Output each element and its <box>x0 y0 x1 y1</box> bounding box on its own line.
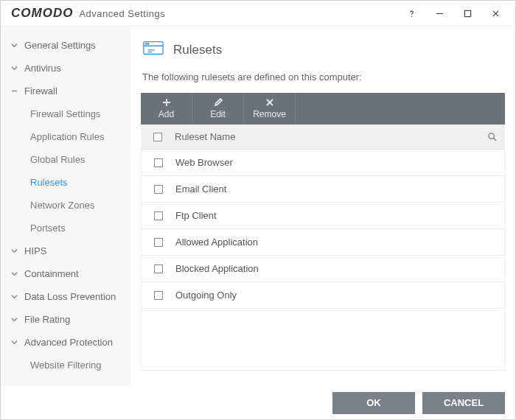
select-all-checkbox[interactable] <box>153 133 162 141</box>
sidebar-sub-portsets[interactable]: Portsets <box>1 217 130 239</box>
sidebar-sub-website-filtering[interactable]: Website Filtering <box>1 354 130 377</box>
sidebar-item-advanced-protection[interactable]: Advanced Protection <box>1 331 130 354</box>
chevron-down-icon <box>10 293 18 301</box>
sidebar-sub-global-rules[interactable]: Global Rules <box>1 148 130 171</box>
chevron-down-icon <box>10 64 18 73</box>
chevron-down-icon <box>10 315 18 324</box>
ok-button[interactable]: OK <box>332 392 415 414</box>
edit-button[interactable]: Edit <box>192 93 244 125</box>
toolbar: Add Edit Remove <box>141 93 505 125</box>
panel-description: The following rulesets are defined on th… <box>142 71 505 83</box>
table-body: Web Browser Email Client Ftp Client Allo… <box>141 150 505 371</box>
sidebar-sub-rulesets[interactable]: Rulesets <box>1 171 130 194</box>
remove-button[interactable]: Remove <box>244 93 296 125</box>
sidebar-sub-network-zones[interactable]: Network Zones <box>1 194 130 217</box>
table-row[interactable]: Ftp Client <box>142 203 504 229</box>
table-row[interactable]: Outgoing Only <box>142 282 504 309</box>
brand-logo: COMODO <box>11 6 73 21</box>
rulesets-icon <box>142 40 164 60</box>
nav-label: Portsets <box>30 223 66 234</box>
row-checkbox[interactable] <box>154 291 163 300</box>
sidebar-item-firewall[interactable]: Firewall <box>1 80 130 102</box>
sidebar-sub-firewall-settings[interactable]: Firewall Settings <box>1 102 130 125</box>
nav-label: Rulesets <box>30 177 68 188</box>
row-checkbox[interactable] <box>154 185 163 194</box>
svg-point-3 <box>145 43 147 45</box>
table-row[interactable]: Blocked Application <box>142 256 504 282</box>
nav-label: Global Rules <box>30 154 85 165</box>
table-header: Ruleset Name <box>141 125 505 150</box>
svg-point-4 <box>147 43 149 45</box>
nav-label: Firewall <box>24 85 57 97</box>
row-name: Allowed Application <box>175 237 504 248</box>
sidebar-item-containment[interactable]: Containment <box>1 262 130 285</box>
nav-label: Data Loss Prevention <box>24 291 116 302</box>
minus-icon <box>10 87 18 96</box>
content-panel: Rulesets The following rulesets are defi… <box>130 27 515 386</box>
svg-point-0 <box>411 15 411 16</box>
nav-label: HIPS <box>24 245 46 256</box>
sidebar-item-hips[interactable]: HIPS <box>1 239 130 262</box>
minimize-button[interactable] <box>425 4 453 22</box>
sidebar-item-antivirus[interactable]: Antivirus <box>1 57 130 80</box>
close-button[interactable] <box>481 4 509 22</box>
x-icon <box>265 98 274 107</box>
nav-label: Advanced Protection <box>24 337 113 348</box>
tool-label: Add <box>158 109 174 119</box>
sidebar-item-data-loss-prevention[interactable]: Data Loss Prevention <box>1 285 130 308</box>
nav-label: Antivirus <box>24 63 61 74</box>
nav-label: Firewall Settings <box>30 108 100 119</box>
nav-label: Containment <box>24 268 79 279</box>
row-checkbox[interactable] <box>154 211 163 220</box>
plus-icon <box>162 98 171 107</box>
footer: OK CANCEL <box>1 386 515 419</box>
nav-label: General Settings <box>24 40 96 51</box>
row-checkbox[interactable] <box>154 158 163 167</box>
sidebar-item-file-rating[interactable]: File Rating <box>1 308 130 331</box>
sidebar-sub-application-rules[interactable]: Application Rules <box>1 125 130 148</box>
svg-rect-1 <box>464 10 470 16</box>
row-checkbox[interactable] <box>154 238 163 247</box>
row-name: Outgoing Only <box>175 290 504 301</box>
maximize-button[interactable] <box>453 4 481 22</box>
row-checkbox[interactable] <box>154 265 163 273</box>
chevron-down-icon <box>10 41 18 50</box>
row-name: Email Client <box>175 183 504 195</box>
nav-label: File Rating <box>24 314 70 325</box>
titlebar: COMODO Advanced Settings <box>1 1 515 27</box>
pencil-icon <box>214 98 223 107</box>
table-row[interactable]: Web Browser <box>142 150 504 176</box>
panel-title: Rulesets <box>173 43 222 57</box>
cancel-button[interactable]: CANCEL <box>422 392 505 414</box>
row-name: Web Browser <box>175 157 504 168</box>
tool-label: Edit <box>210 109 226 119</box>
table-row[interactable]: Allowed Application <box>142 229 504 256</box>
window-title: Advanced Settings <box>79 8 165 19</box>
chevron-down-icon <box>10 270 18 279</box>
table-row[interactable]: Email Client <box>142 176 504 203</box>
nav-label: Network Zones <box>30 200 94 211</box>
row-name: Ftp Client <box>175 210 504 221</box>
column-header-name[interactable]: Ruleset Name <box>175 131 478 142</box>
search-button[interactable] <box>478 132 505 141</box>
add-button[interactable]: Add <box>141 93 192 125</box>
nav-label: Application Rules <box>30 131 104 142</box>
svg-point-5 <box>488 133 493 139</box>
chevron-down-icon <box>10 247 18 256</box>
sidebar-item-general-settings[interactable]: General Settings <box>1 34 130 57</box>
help-button[interactable] <box>397 4 425 22</box>
chevron-down-icon <box>10 338 18 347</box>
row-name: Blocked Application <box>175 263 504 274</box>
nav-label: Website Filtering <box>30 360 102 371</box>
sidebar: General Settings Antivirus Firewall Fire… <box>1 27 130 386</box>
tool-label: Remove <box>253 109 286 119</box>
